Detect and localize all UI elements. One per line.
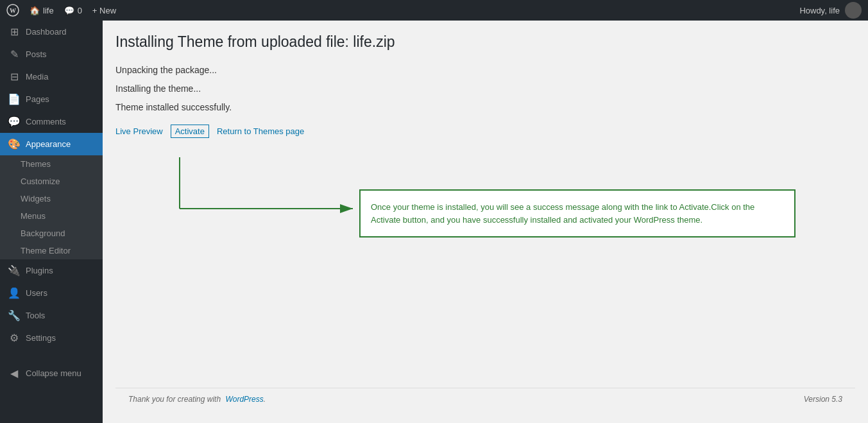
wordpress-link[interactable]: WordPress	[225, 395, 263, 404]
submenu-item-menus[interactable]: Menus	[0, 207, 103, 225]
annotation-area: Once your theme is installed, you will s…	[115, 157, 855, 286]
log-line-1: Unpacking the package...	[115, 64, 855, 77]
plugins-icon: 🔌	[8, 264, 21, 277]
sidebar-item-posts[interactable]: ✎ Posts	[0, 43, 103, 65]
users-icon: 👤	[8, 287, 21, 299]
svg-text:W: W	[10, 7, 16, 14]
wp-logo-icon: W	[6, 4, 19, 17]
main-content: Installing Theme from uploaded file: lif…	[103, 21, 868, 423]
avatar[interactable]	[845, 2, 862, 19]
adminbar-left: W 🏠 life 💬 0 + New	[6, 4, 116, 17]
install-log: Unpacking the package... Installing the …	[115, 64, 855, 114]
activate-link[interactable]: Activate	[171, 125, 209, 138]
appearance-icon: 🎨	[8, 138, 21, 150]
pages-icon: 📄	[8, 93, 21, 105]
sidebar-label-pages: Pages	[26, 94, 49, 104]
footer: Thank you for creating with WordPress. V…	[115, 388, 855, 410]
submenu-item-widgets[interactable]: Widgets	[0, 190, 103, 207]
collapse-label: Collapse menu	[26, 368, 81, 378]
sidebar-label-settings: Settings	[26, 333, 56, 343]
submenu-item-background[interactable]: Background	[0, 225, 103, 242]
content-wrap: Installing Theme from uploaded file: lif…	[115, 33, 855, 388]
sidebar-item-comments[interactable]: 💬 Comments	[0, 110, 103, 133]
adminbar-new[interactable]: + New	[92, 6, 116, 15]
footer-version: Version 5.3	[804, 395, 842, 404]
footer-left: Thank you for creating with WordPress.	[128, 395, 266, 404]
sidebar-label-posts: Posts	[26, 49, 47, 59]
sidebar-item-settings[interactable]: ⚙ Settings	[0, 327, 103, 349]
comments-bubble-icon: 💬	[8, 116, 21, 128]
wp-logo-item[interactable]: W	[6, 4, 19, 17]
sidebar-item-plugins[interactable]: 🔌 Plugins	[0, 259, 103, 282]
home-icon: 🏠	[30, 6, 40, 15]
sidebar-label-comments: Comments	[26, 117, 66, 126]
appearance-submenu: Themes Customize Widgets Menus Backgroun…	[0, 155, 103, 259]
adminbar-comments[interactable]: 💬 0	[64, 6, 82, 15]
posts-icon: ✎	[8, 48, 21, 60]
annotation-text: Once your theme is installed, you will s…	[371, 201, 784, 226]
action-links: Live Preview Activate Return to Themes p…	[115, 125, 855, 138]
log-line-2: Installing the theme...	[115, 82, 855, 96]
page-title: Installing Theme from uploaded file: lif…	[115, 33, 855, 51]
tools-icon: 🔧	[8, 309, 21, 322]
comments-icon: 💬	[64, 6, 74, 15]
sidebar-item-media[interactable]: ⊟ Media	[0, 65, 103, 88]
sidebar-label-appearance: Appearance	[26, 139, 71, 149]
adminbar-right: Howdy, life	[799, 2, 862, 19]
sidebar-label-dashboard: Dashboard	[26, 27, 67, 37]
adminbar-site[interactable]: 🏠 life	[30, 6, 54, 15]
sidebar-item-dashboard[interactable]: ⊞ Dashboard	[0, 21, 103, 43]
settings-icon: ⚙	[8, 332, 21, 344]
sidebar-label-plugins: Plugins	[26, 266, 53, 275]
admin-bar: W 🏠 life 💬 0 + New Howdy, life	[0, 0, 868, 21]
sidebar-item-tools[interactable]: 🔧 Tools	[0, 304, 103, 327]
collapse-icon: ◀	[8, 367, 21, 379]
footer-thank-you: Thank you for creating with	[128, 395, 221, 404]
sidebar-item-appearance[interactable]: 🎨 Appearance	[0, 133, 103, 155]
sidebar-label-tools: Tools	[26, 311, 45, 320]
submenu-item-customize[interactable]: Customize	[0, 173, 103, 190]
return-to-themes-link[interactable]: Return to Themes page	[217, 126, 304, 136]
annotation-box: Once your theme is installed, you will s…	[359, 189, 796, 237]
media-icon: ⊟	[8, 71, 21, 83]
live-preview-link[interactable]: Live Preview	[115, 126, 163, 136]
submenu-item-theme-editor[interactable]: Theme Editor	[0, 242, 103, 259]
dashboard-icon: ⊞	[8, 26, 21, 38]
submenu-item-themes[interactable]: Themes	[0, 155, 103, 173]
sidebar-item-users[interactable]: 👤 Users	[0, 282, 103, 304]
wp-wrap: ⊞ Dashboard ✎ Posts ⊟ Media 📄 Pages 💬 Co…	[0, 21, 868, 423]
sidebar-label-users: Users	[26, 288, 47, 298]
howdy-text: Howdy, life	[799, 6, 840, 15]
sidebar-item-pages[interactable]: 📄 Pages	[0, 88, 103, 110]
sidebar-label-media: Media	[26, 72, 48, 82]
admin-menu: ⊞ Dashboard ✎ Posts ⊟ Media 📄 Pages 💬 Co…	[0, 21, 103, 423]
log-line-3: Theme installed successfully.	[115, 101, 855, 114]
collapse-menu-button[interactable]: ◀ Collapse menu	[0, 362, 103, 384]
